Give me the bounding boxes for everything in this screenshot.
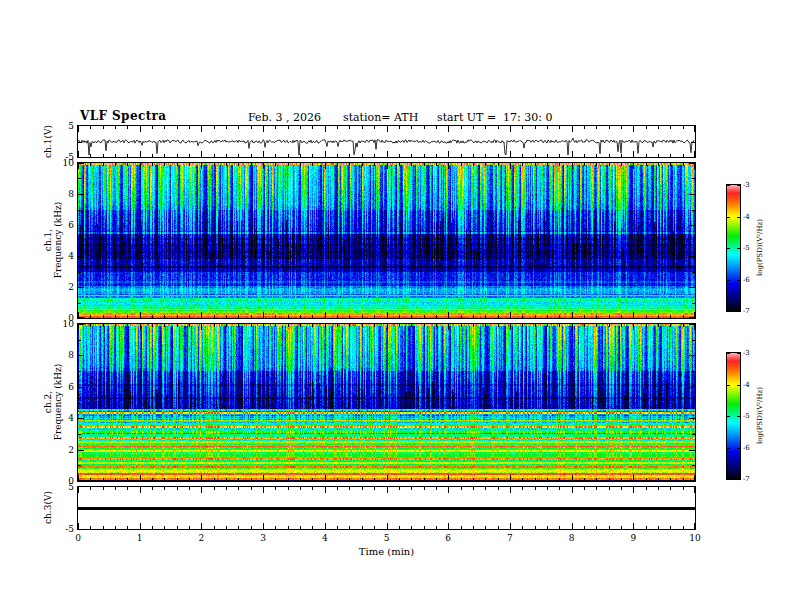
x-tick-label: 10	[687, 533, 703, 543]
y-tick-label: 5	[56, 482, 74, 492]
colorbar-tick-label: -6	[743, 276, 759, 284]
y-tick-label: 10	[56, 319, 74, 329]
colorbar-ch2	[726, 352, 741, 480]
y-tick-label: -5	[56, 152, 74, 162]
colorbar-tick-label: -4	[743, 213, 759, 221]
colorbar-tick-label: -7	[743, 307, 759, 315]
colorbar-tick-label: -7	[743, 475, 759, 483]
ch1-frequency-label: Frequency (kHz)	[53, 160, 63, 320]
y-tick-label: 4	[56, 251, 74, 261]
x-tick-label: 2	[193, 533, 209, 543]
y-tick-label: 2	[56, 282, 74, 292]
y-tick-label: 5	[56, 121, 74, 131]
x-tick-label: 0	[70, 533, 86, 543]
ch1-waveform-panel	[77, 125, 696, 158]
ch1-spectrogram-panel	[77, 162, 696, 319]
y-tick-label: 8	[56, 350, 74, 360]
colorbar-tick-label: -4	[743, 381, 759, 389]
colorbar-tick-label: -3	[743, 349, 759, 357]
colorbar-tick-label: -6	[743, 444, 759, 452]
x-tick-label: 1	[132, 533, 148, 543]
y-tick-label: 6	[56, 220, 74, 230]
y-tick-label: -5	[56, 524, 74, 534]
header-start-ut: start UT = 17: 30: 0	[437, 111, 553, 124]
ch3-waveform-ylabel: ch.3(V)	[43, 448, 54, 568]
x-tick-label: 8	[564, 533, 580, 543]
x-tick-label: 4	[317, 533, 333, 543]
x-tick-label: 6	[440, 533, 456, 543]
y-tick-label: 2	[56, 445, 74, 455]
colorbar-tick-label: -5	[743, 412, 759, 420]
x-tick-label: 5	[379, 533, 395, 543]
header-station: station= ATH	[343, 111, 418, 124]
header-date: Feb. 3 , 2026	[248, 111, 321, 124]
y-tick-label: 8	[56, 189, 74, 199]
x-tick-label: 9	[625, 533, 641, 543]
colorbar-ch1	[726, 184, 741, 312]
y-tick-label: 6	[56, 382, 74, 392]
vlf-spectra-figure: VLF Spectra Feb. 3 , 2026 station= ATH s…	[0, 0, 792, 612]
ch2-frequency-label: Frequency (kHz)	[53, 322, 63, 482]
colorbar-tick-label: -5	[743, 244, 759, 252]
plot-title: VLF Spectra	[80, 109, 166, 123]
x-tick-label: 7	[502, 533, 518, 543]
ch1-spectrogram-ylabel: ch.1, Frequency (kHz)	[43, 160, 63, 320]
x-axis-title: Time (min)	[78, 546, 695, 557]
ch1-channel-label: ch.1,	[43, 160, 53, 320]
colorbar-tick-label: -3	[743, 181, 759, 189]
ch3-waveform-panel	[77, 486, 696, 530]
x-tick-label: 3	[255, 533, 271, 543]
y-tick-label: 4	[56, 413, 74, 423]
ch2-spectrogram-panel	[77, 323, 696, 482]
